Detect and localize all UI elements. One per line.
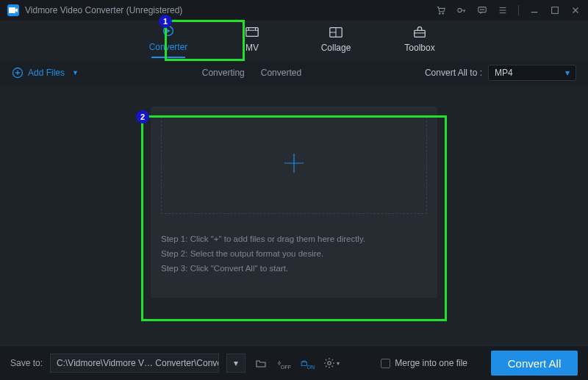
- drop-zone[interactable]: Step 1: Click "+" to add files or drag t…: [151, 107, 437, 298]
- add-files-label: Add Files: [28, 68, 65, 78]
- tab-mv[interactable]: MV: [230, 25, 274, 57]
- open-folder-icon[interactable]: [253, 355, 269, 371]
- chevron-down-icon: ▾: [337, 360, 340, 367]
- output-format-value: MP4: [495, 68, 513, 78]
- plus-icon: [282, 151, 306, 181]
- high-speed-icon[interactable]: ON: [300, 355, 316, 371]
- step2-text: Step 2: Select the output format you des…: [161, 246, 427, 261]
- tab-collage-label: Collage: [321, 43, 351, 53]
- add-file-plus[interactable]: [161, 117, 427, 214]
- svg-rect-8: [552, 7, 559, 14]
- svg-rect-14: [301, 362, 306, 366]
- convert-all-button[interactable]: Convert All: [491, 351, 578, 376]
- checkbox-icon: [381, 359, 390, 368]
- hardware-accel-icon[interactable]: OFF: [276, 355, 293, 371]
- svg-point-7: [484, 10, 484, 10]
- step3-text: Step 3: Click "Convert All" to start.: [161, 261, 427, 276]
- tab-collage[interactable]: Collage: [314, 25, 358, 57]
- annotation-badge-2: 2: [136, 110, 149, 123]
- save-path-dropdown[interactable]: ▾: [226, 354, 245, 373]
- main-area: Step 1: Click "+" to add files or drag t…: [0, 85, 588, 346]
- output-format-select[interactable]: MP4 ▾: [488, 65, 576, 81]
- annotation-badge-1: 1: [159, 15, 172, 28]
- cart-icon[interactable]: [436, 5, 446, 15]
- app-logo-icon: [7, 4, 19, 16]
- key-icon[interactable]: [456, 5, 467, 15]
- feedback-icon[interactable]: [477, 5, 487, 15]
- save-path-field[interactable]: C:\Vidmore\Vidmore V… Converter\Converte…: [50, 354, 219, 373]
- step1-text: Step 1: Click "+" to add files or drag t…: [161, 232, 427, 246]
- svg-rect-10: [246, 27, 258, 36]
- convert-all-to-label: Convert All to :: [425, 68, 482, 78]
- convert-all-label: Convert All: [508, 357, 562, 370]
- tab-converter-label: Converter: [149, 42, 188, 52]
- add-files-button[interactable]: Add Files ▼: [12, 67, 79, 79]
- merge-label: Merge into one file: [395, 358, 467, 368]
- svg-point-2: [442, 13, 444, 15]
- tab-mv-label: MV: [245, 43, 259, 53]
- save-to-label: Save to:: [10, 358, 43, 368]
- tab-toolbox[interactable]: Toolbox: [398, 25, 442, 57]
- menu-icon[interactable]: [498, 5, 508, 15]
- merge-checkbox[interactable]: Merge into one file: [381, 358, 467, 368]
- maximize-icon[interactable]: [550, 5, 560, 15]
- svg-rect-12: [415, 30, 426, 37]
- svg-point-15: [328, 362, 331, 365]
- svg-point-3: [458, 8, 462, 12]
- bottom-bar: Save to: C:\Vidmore\Vidmore V… Converter…: [0, 346, 588, 380]
- title-bar: Vidmore Video Converter (Unregistered): [0, 0, 588, 21]
- chevron-down-icon: ▾: [565, 68, 570, 78]
- sub-toolbar: Add Files ▼ Converting Converted Convert…: [0, 61, 588, 85]
- svg-point-5: [480, 10, 481, 10]
- settings-icon[interactable]: ▾: [323, 355, 340, 371]
- tab-converting[interactable]: Converting: [202, 68, 245, 78]
- svg-point-1: [439, 13, 440, 15]
- chevron-down-icon: ▼: [72, 69, 79, 76]
- main-tabs: Converter MV Collage Toolbox: [0, 21, 588, 61]
- tab-converted[interactable]: Converted: [261, 68, 301, 78]
- svg-point-6: [481, 10, 482, 10]
- save-path-value: C:\Vidmore\Vidmore V… Converter\Converte…: [57, 358, 219, 368]
- minimize-icon[interactable]: [529, 5, 539, 15]
- close-icon[interactable]: [570, 5, 581, 15]
- window-title: Vidmore Video Converter (Unregistered): [25, 5, 182, 15]
- tab-toolbox-label: Toolbox: [404, 43, 434, 53]
- tab-converter[interactable]: Converter: [146, 24, 190, 58]
- svg-rect-0: [9, 7, 15, 13]
